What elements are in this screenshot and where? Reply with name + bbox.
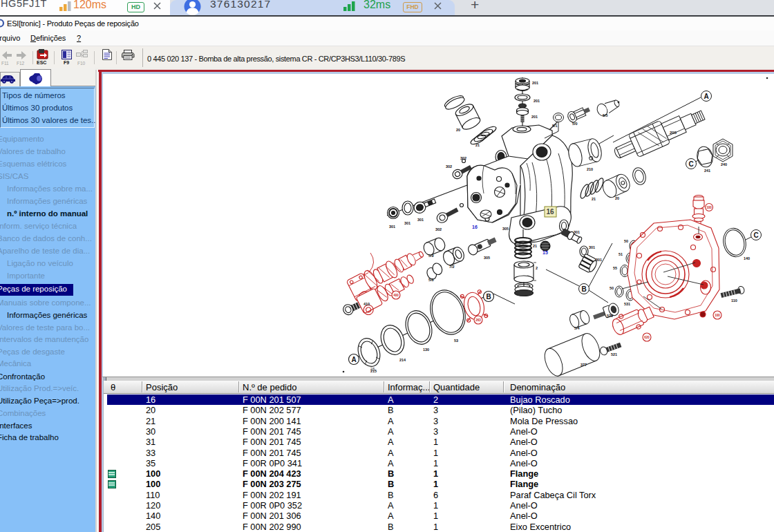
svg-text:305: 305	[484, 256, 490, 260]
svg-text:531: 531	[624, 302, 630, 306]
svg-text:301: 301	[596, 258, 602, 262]
svg-text:301: 301	[404, 221, 410, 225]
svg-text:53: 53	[454, 339, 458, 343]
svg-text:51: 51	[619, 252, 623, 256]
svg-text:50: 50	[610, 286, 614, 290]
svg-text:130: 130	[423, 348, 429, 352]
svg-text:377: 377	[580, 363, 587, 367]
svg-text:5/0: 5/0	[572, 122, 578, 126]
svg-text:210: 210	[587, 167, 593, 171]
svg-text:301: 301	[574, 230, 580, 234]
svg-text:5/5: 5/5	[603, 113, 608, 117]
svg-text:201: 201	[532, 81, 538, 85]
svg-text:B: B	[486, 293, 491, 301]
svg-text:140: 140	[744, 256, 750, 260]
svg-text:5/1: 5/1	[552, 124, 558, 128]
svg-text:201: 201	[531, 115, 538, 119]
svg-text:B: B	[581, 285, 586, 293]
svg-text:240: 240	[721, 162, 727, 167]
svg-text:15: 15	[542, 250, 548, 255]
svg-text:400: 400	[393, 294, 399, 297]
svg-text:5/8: 5/8	[428, 278, 434, 282]
svg-text:16: 16	[546, 208, 554, 216]
svg-text:410: 410	[364, 302, 370, 306]
svg-text:302: 302	[446, 164, 452, 169]
svg-text:301: 301	[589, 245, 595, 249]
svg-text:20: 20	[615, 196, 619, 200]
svg-text:2/5: 2/5	[370, 368, 375, 371]
svg-text:21: 21	[533, 244, 537, 248]
svg-text:21: 21	[475, 143, 480, 147]
svg-text:520: 520	[607, 314, 613, 318]
svg-text:C: C	[753, 231, 758, 239]
svg-text:5/4: 5/4	[574, 326, 580, 330]
svg-text:301: 301	[417, 218, 424, 222]
svg-text:5/9: 5/9	[428, 254, 434, 258]
svg-text:C: C	[688, 160, 693, 168]
svg-text:302: 302	[435, 227, 442, 231]
svg-text:A: A	[704, 93, 708, 100]
svg-text:521: 521	[611, 352, 617, 357]
svg-text:50: 50	[624, 239, 628, 243]
svg-text:7/2: 7/2	[449, 265, 455, 269]
svg-text:21: 21	[592, 197, 596, 201]
svg-text:100: 100	[706, 206, 712, 209]
svg-text:16: 16	[472, 225, 478, 229]
svg-text:2: 2	[536, 266, 538, 270]
svg-text:205: 205	[670, 131, 677, 135]
svg-text:305: 305	[502, 227, 509, 231]
svg-text:620: 620	[644, 336, 650, 339]
svg-text:100: 100	[715, 314, 720, 317]
svg-text:55: 55	[613, 266, 617, 270]
svg-text:263: 263	[475, 319, 481, 322]
svg-text:A: A	[351, 356, 356, 363]
svg-text:20: 20	[456, 128, 460, 132]
svg-text:110: 110	[731, 298, 737, 303]
svg-text:301: 301	[389, 225, 395, 229]
svg-text:241: 241	[704, 169, 710, 173]
svg-text:201: 201	[534, 99, 540, 103]
svg-text:214: 214	[399, 358, 406, 362]
svg-text:302: 302	[460, 156, 466, 160]
